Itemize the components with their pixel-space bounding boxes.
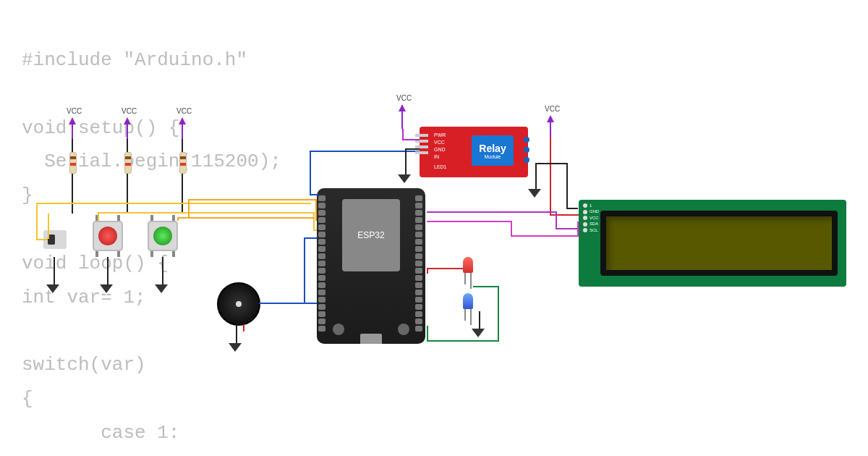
wire — [427, 221, 512, 222]
lcd-pin-label: 1 — [583, 203, 599, 208]
esp32-label: ESP32 — [357, 230, 384, 240]
resistor — [69, 152, 77, 174]
wire — [127, 174, 128, 214]
circuit-canvas: VCC VCC VCC VCC VCC — [0, 0, 868, 456]
wire — [405, 148, 407, 177]
wire — [405, 148, 420, 150]
wire — [535, 163, 568, 164]
relay-pin-label: VCC — [434, 140, 445, 145]
vcc-arrow-icon — [69, 117, 76, 124]
wire — [313, 212, 315, 231]
relay-terminal — [524, 137, 529, 163]
relay-pin-label: LED1 — [434, 164, 447, 169]
relay-title: Relay — [479, 143, 506, 154]
lcd-pin-label: SCL — [583, 228, 599, 232]
vcc-label: VCC — [176, 107, 192, 115]
relay-block: Relay Module — [472, 135, 514, 166]
wire — [127, 139, 128, 152]
lcd-pin-label: SDA — [583, 221, 599, 226]
wire — [54, 257, 55, 286]
wire — [36, 239, 48, 240]
wire — [98, 212, 315, 214]
wire — [177, 217, 315, 219]
wire — [236, 324, 237, 345]
vcc-stem — [72, 124, 73, 139]
lcd-16x2: 1 GND VCC SDA SCL — [579, 200, 846, 287]
wire — [427, 268, 428, 274]
wire — [182, 139, 183, 152]
wire — [511, 235, 579, 237]
vcc-label: VCC — [396, 94, 412, 102]
esp32-board: ESP32 — [317, 188, 425, 344]
vcc-stem — [401, 111, 403, 129]
reset-button[interactable] — [398, 324, 409, 335]
vcc-label: VCC — [122, 107, 137, 115]
red-push-button[interactable] — [93, 221, 123, 251]
vcc-label: VCC — [545, 105, 560, 113]
buzzer — [217, 282, 260, 326]
gnd-icon — [473, 330, 483, 340]
wire — [566, 208, 578, 209]
wire — [36, 203, 38, 240]
led-blue — [463, 293, 473, 309]
wire — [48, 214, 49, 239]
wire — [36, 203, 311, 204]
relay-pin-label: IN — [434, 154, 439, 159]
relay-pin-header — [415, 134, 428, 154]
lcd-pin-label: GND — [583, 209, 599, 214]
relay-subtitle: Module — [485, 154, 501, 159]
vcc-stem — [550, 122, 551, 138]
wire — [498, 286, 499, 342]
wire — [550, 214, 579, 216]
usb-port-icon — [360, 334, 382, 344]
wire — [566, 163, 568, 208]
resistor — [179, 152, 187, 174]
wire — [556, 228, 579, 229]
wire — [182, 174, 183, 214]
wire — [511, 221, 512, 235]
wire — [72, 174, 73, 214]
wire — [310, 194, 318, 195]
lcd-screen — [600, 211, 838, 276]
wire — [427, 326, 428, 340]
lcd-pin-header: 1 GND VCC SDA SCL — [583, 203, 599, 232]
wire — [72, 139, 73, 152]
wire — [107, 257, 109, 286]
vcc-label: VCC — [67, 107, 82, 115]
wire — [402, 139, 420, 140]
wire — [402, 129, 404, 140]
gnd-icon — [48, 286, 58, 296]
gnd-icon — [529, 190, 540, 200]
wire — [188, 199, 190, 217]
gnd-icon — [156, 286, 166, 296]
lcd-pin-label: VCC — [583, 216, 599, 220]
led-red — [463, 257, 473, 273]
wire — [427, 211, 557, 213]
wire — [535, 163, 537, 192]
wire — [427, 340, 499, 342]
relay-pin-label: GND — [434, 147, 446, 152]
gnd-icon — [399, 176, 409, 186]
wire — [427, 268, 463, 269]
resistor — [124, 152, 132, 174]
wire — [243, 324, 244, 332]
green-push-button[interactable] — [148, 221, 178, 251]
vcc-arrow-icon — [547, 115, 554, 122]
vcc-stem — [182, 124, 183, 139]
vcc-stem — [127, 124, 128, 139]
wire — [188, 199, 317, 200]
wire — [310, 151, 420, 152]
gnd-icon — [230, 345, 240, 355]
esp-pin-header-left — [318, 195, 327, 332]
wire — [473, 286, 499, 287]
esp32-shield: ESP32 — [342, 199, 400, 271]
vcc-arrow-icon — [399, 104, 406, 111]
vcc-arrow-icon — [179, 117, 186, 124]
wire — [310, 151, 311, 195]
wire — [304, 237, 305, 304]
relay-module: PWR VCC GND IN LED1 Relay Module — [420, 127, 528, 177]
boot-button[interactable] — [333, 324, 344, 335]
wire — [162, 257, 163, 286]
wire — [550, 138, 551, 216]
wire — [259, 303, 317, 304]
